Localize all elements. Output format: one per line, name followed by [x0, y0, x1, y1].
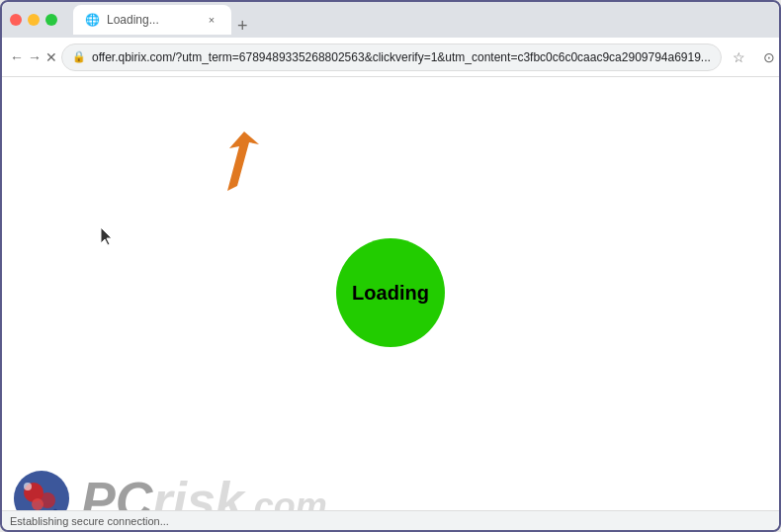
loading-indicator: Loading [336, 238, 445, 347]
tab-favicon-icon: 🌐 [85, 13, 99, 27]
svg-point-9 [24, 483, 32, 490]
maximize-window-button[interactable] [45, 14, 57, 26]
svg-marker-1 [227, 132, 259, 191]
loading-text: Loading [352, 282, 429, 305]
navigation-bar: ← → ✕ 🔒 offer.qbirix.com/?utm_term=67894… [2, 38, 779, 77]
account-button[interactable]: ⊙ [755, 44, 779, 71]
svg-point-6 [32, 498, 43, 510]
reload-button[interactable]: ✕ [45, 44, 57, 71]
minimize-window-button[interactable] [28, 14, 40, 26]
new-tab-button[interactable]: + [231, 17, 254, 35]
bookmark-button[interactable]: ☆ [726, 44, 753, 71]
browser-window: 🌐 Loading... × + ← → ✕ 🔒 offer.qbirix.co… [2, 2, 779, 530]
status-bar: Establishing secure connection... [2, 510, 779, 530]
page-content: Loading PCrisk.com Establishing secure c… [2, 77, 779, 530]
nav-actions: ☆ ⊙ ⋮ [726, 44, 779, 71]
svg-marker-2 [101, 227, 112, 245]
close-window-button[interactable] [10, 14, 22, 26]
back-button[interactable]: ← [10, 44, 24, 71]
tab-bar: 🌐 Loading... × + [73, 5, 771, 35]
active-tab[interactable]: 🌐 Loading... × [73, 5, 231, 35]
mouse-cursor [101, 227, 113, 245]
forward-button[interactable]: → [28, 44, 42, 71]
title-bar: 🌐 Loading... × + [2, 2, 779, 38]
status-text: Establishing secure connection... [10, 515, 169, 527]
close-tab-button[interactable]: × [204, 12, 219, 28]
url-text: offer.qbirix.com/?utm_term=6789489335268… [92, 50, 711, 64]
window-controls [10, 14, 57, 26]
address-bar[interactable]: 🔒 offer.qbirix.com/?utm_term=67894893352… [61, 44, 722, 71]
tab-title: Loading... [107, 13, 159, 27]
arrow-annotation [210, 127, 269, 196]
lock-icon: 🔒 [72, 50, 86, 63]
